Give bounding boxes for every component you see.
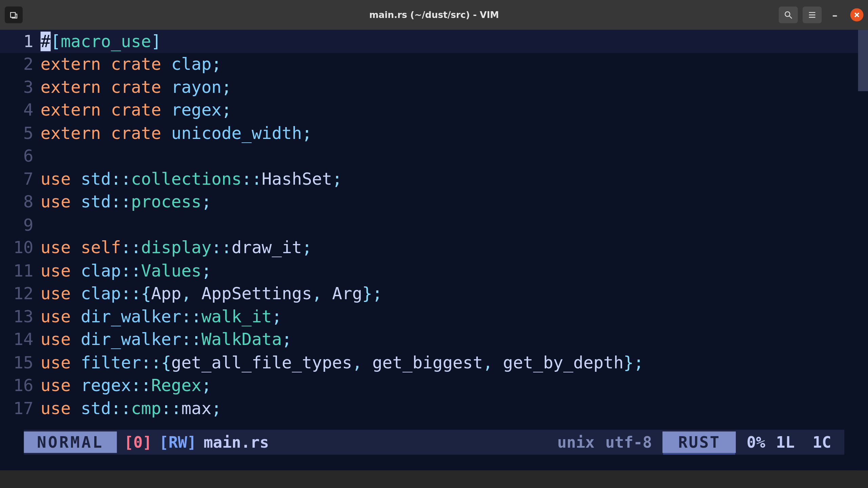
close-icon (854, 12, 860, 18)
code-line[interactable]: 12use clap::{App, AppSettings, Arg}; (0, 282, 868, 305)
line-number: 10 (0, 238, 41, 258)
line-number: 17 (0, 399, 41, 418)
line-number: 16 (0, 375, 41, 395)
line-number: 2 (0, 54, 41, 74)
minimize-icon: – (832, 8, 837, 21)
line-number: 9 (0, 215, 41, 235)
status-percent: 0% (739, 433, 772, 451)
code-line[interactable]: 3extern crate rayon; (0, 76, 868, 99)
code-line[interactable]: 8use std::process; (0, 190, 868, 214)
code-content[interactable]: extern crate rayon; (41, 77, 232, 97)
status-fileformat: unix (550, 433, 601, 451)
code-area[interactable]: 1#[macro_use]2extern crate clap;3extern … (0, 30, 868, 430)
code-content[interactable]: use clap::Values; (41, 261, 212, 281)
code-line[interactable]: 5extern crate unicode_width; (0, 122, 868, 145)
desktop-background-strip (0, 470, 868, 488)
svg-line-1 (789, 16, 792, 18)
scrollbar-thumb[interactable] (858, 30, 868, 92)
menu-button[interactable] (803, 6, 822, 23)
code-line[interactable]: 6 (0, 144, 868, 167)
new-tab-icon (9, 10, 18, 20)
status-encoding: utf-8 (605, 433, 659, 451)
new-tab-button[interactable] (5, 6, 23, 23)
line-number: 13 (0, 307, 41, 326)
status-language: RUST (663, 431, 736, 453)
code-content[interactable]: use std::cmp::max; (41, 399, 222, 418)
search-button[interactable] (779, 6, 798, 23)
code-line[interactable]: 4extern crate regex; (0, 99, 868, 122)
code-content[interactable]: use std::collections::HashSet; (41, 169, 342, 189)
close-button[interactable] (850, 8, 864, 22)
code-content[interactable]: extern crate clap; (41, 54, 222, 74)
code-content[interactable]: extern crate regex; (41, 100, 232, 120)
code-content[interactable]: use dir_walker::WalkData; (41, 330, 292, 349)
status-mode: NORMAL (24, 431, 117, 453)
line-number: 14 (0, 330, 41, 349)
status-col-pos: 1C (805, 433, 838, 451)
code-content[interactable]: use std::process; (41, 192, 212, 212)
code-content[interactable]: use dir_walker::walk_it; (41, 307, 282, 326)
status-buffer-indicator: [0] (117, 433, 159, 451)
window-title: main.rs (~/dust/src) - VIM (369, 9, 499, 20)
editor-pane[interactable]: 1#[macro_use]2extern crate clap;3extern … (0, 30, 868, 470)
line-number: 3 (0, 77, 41, 97)
code-content[interactable]: use filter::{get_all_file_types, get_big… (41, 353, 644, 372)
line-number: 11 (0, 261, 41, 281)
code-line[interactable]: 16use regex::Regex; (0, 374, 868, 397)
code-line[interactable]: 1#[macro_use] (0, 30, 868, 53)
code-line[interactable]: 17use std::cmp::max; (0, 397, 868, 420)
minimize-button[interactable]: – (826, 6, 843, 23)
line-number: 1 (0, 32, 41, 51)
window-titlebar: main.rs (~/dust/src) - VIM – (0, 0, 868, 30)
command-line-area[interactable] (0, 455, 868, 470)
status-line: NORMAL [0] [RW] main.rs unix utf-8 RUST … (24, 430, 844, 455)
code-content[interactable]: use clap::{App, AppSettings, Arg}; (41, 284, 382, 304)
line-number: 15 (0, 353, 41, 372)
hamburger-icon (807, 10, 817, 20)
code-line[interactable]: 13use dir_walker::walk_it; (0, 305, 868, 328)
code-line[interactable]: 11use clap::Values; (0, 259, 868, 282)
code-content[interactable]: use self::display::draw_it; (41, 238, 312, 258)
line-number: 6 (0, 146, 41, 166)
code-content[interactable]: #[macro_use] (41, 32, 161, 51)
status-filename: main.rs (204, 433, 276, 451)
search-icon (784, 10, 793, 20)
line-number: 12 (0, 284, 41, 304)
line-number: 5 (0, 123, 41, 143)
status-line-pos: 1L (776, 433, 802, 451)
code-line[interactable]: 2extern crate clap; (0, 53, 868, 76)
code-line[interactable]: 9 (0, 214, 868, 237)
line-number: 7 (0, 169, 41, 189)
line-number: 8 (0, 192, 41, 212)
code-content[interactable]: extern crate unicode_width; (41, 123, 312, 143)
code-line[interactable]: 7use std::collections::HashSet; (0, 167, 868, 190)
line-number: 4 (0, 100, 41, 120)
code-line[interactable]: 10use self::display::draw_it; (0, 236, 868, 259)
code-line[interactable]: 14use dir_walker::WalkData; (0, 328, 868, 351)
code-line[interactable]: 15use filter::{get_all_file_types, get_b… (0, 351, 868, 374)
svg-point-0 (785, 12, 790, 17)
status-rw-indicator: [RW] (159, 433, 203, 451)
editor-scrollbar[interactable] (858, 30, 868, 470)
code-content[interactable]: use regex::Regex; (41, 375, 212, 395)
